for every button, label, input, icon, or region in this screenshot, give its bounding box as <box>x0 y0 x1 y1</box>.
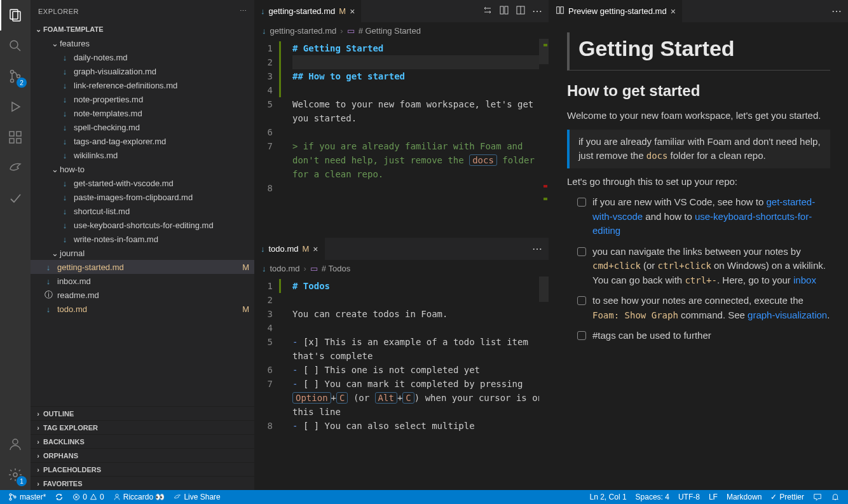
section-orphans[interactable]: ›ORPHANS <box>31 448 254 462</box>
tree-file[interactable]: todo.mdM <box>31 302 254 316</box>
close-icon[interactable]: × <box>313 244 318 254</box>
sb-problems[interactable]: 0 0 <box>68 490 108 504</box>
code-editor-2[interactable]: 12345678 # TodosYou can create todos in … <box>254 276 549 490</box>
share-icon[interactable] <box>0 153 31 183</box>
compare-icon[interactable] <box>482 5 493 18</box>
more-icon[interactable]: ⋯ <box>532 243 542 255</box>
checkbox-icon[interactable] <box>577 198 586 207</box>
close-icon[interactable]: × <box>671 6 676 17</box>
sb-bell-icon[interactable] <box>826 490 844 504</box>
tree-file[interactable]: get-started-with-vscode.md <box>31 176 254 190</box>
settings-gear-icon[interactable]: 1 <box>0 460 31 490</box>
checkbox-icon[interactable] <box>577 296 586 305</box>
symbol-icon: ▭ <box>310 264 318 273</box>
link[interactable]: inbox <box>793 275 816 285</box>
tree-file[interactable]: getting-started.mdM <box>31 260 254 274</box>
checkbox-icon[interactable] <box>577 331 586 340</box>
preview-icon <box>556 6 564 17</box>
tree-file[interactable]: note-templates.md <box>31 106 254 120</box>
svg-marker-7 <box>12 102 20 111</box>
search-icon[interactable] <box>0 31 31 61</box>
breadcrumb[interactable]: todo.md › ▭ # Todos <box>254 260 549 276</box>
section-workspace[interactable]: ⌄ FOAM-TEMPLATE <box>31 22 254 36</box>
tree-file[interactable]: shortcut-list.md <box>31 204 254 218</box>
breadcrumb[interactable]: getting-started.md › ▭ # Getting Started <box>254 22 549 39</box>
section-tag-explorer[interactable]: ›TAG EXPLORER <box>31 420 254 434</box>
sb-lang[interactable]: Markdown <box>722 490 766 504</box>
chevron-right-icon: › <box>33 410 43 418</box>
minimap[interactable] <box>539 276 549 490</box>
close-icon[interactable]: × <box>350 6 355 17</box>
svg-rect-18 <box>557 7 559 14</box>
tab-preview[interactable]: Preview getting-started.md × <box>549 0 683 22</box>
tree-file[interactable]: link-reference-definitions.md <box>31 78 254 92</box>
tree-file[interactable]: daily-notes.md <box>31 50 254 64</box>
tree-folder-journal[interactable]: ⌄ journal <box>31 246 254 260</box>
sb-user[interactable]: Riccardo 👀 <box>109 490 170 504</box>
checklist-item: you can navigate the links between your … <box>577 245 830 288</box>
section-favorites[interactable]: ›FAVORITES <box>31 476 254 490</box>
tree-file[interactable]: spell-checking.md <box>31 120 254 134</box>
svg-point-21 <box>10 498 11 500</box>
tab-todo[interactable]: todo.md M × <box>254 238 325 260</box>
link[interactable]: graph-visualization <box>748 310 827 320</box>
tree-folder-features[interactable]: ⌄ features <box>31 36 254 50</box>
sidebar-more-icon[interactable]: ⋯ <box>240 7 247 15</box>
explorer-icon[interactable] <box>0 0 31 31</box>
preview-icon[interactable] <box>499 5 509 18</box>
markdown-preview[interactable]: Getting Started How to get started Welco… <box>549 22 848 490</box>
sb-sync[interactable] <box>50 490 68 504</box>
markdown-file-icon <box>60 192 70 202</box>
checkbox-icon[interactable] <box>577 247 586 256</box>
chevron-right-icon: › <box>33 466 43 473</box>
markdown-file-icon <box>261 244 265 254</box>
sb-eol[interactable]: LF <box>704 490 722 504</box>
tab-getting-started[interactable]: getting-started.md M × <box>254 0 362 22</box>
sb-cursor[interactable]: Ln 2, Col 1 <box>585 490 631 504</box>
sb-prettier[interactable]: ✓ Prettier <box>766 490 809 504</box>
tree-file[interactable]: note-properties.md <box>31 92 254 106</box>
sb-spaces[interactable]: Spaces: 4 <box>631 490 674 504</box>
more-icon[interactable]: ⋯ <box>532 5 542 18</box>
svg-point-5 <box>11 79 14 83</box>
markdown-file-icon <box>60 52 70 62</box>
tree-file[interactable]: wikilinks.md <box>31 148 254 162</box>
svg-point-12 <box>13 439 18 444</box>
tree-file[interactable]: tags-and-tag-explorer.md <box>31 134 254 148</box>
modified-badge: M <box>242 304 249 314</box>
markdown-file-icon <box>60 220 70 230</box>
run-debug-icon[interactable] <box>0 92 31 122</box>
sb-feedback-icon[interactable] <box>809 490 826 504</box>
editor-pane-2: todo.md M × ⋯ todo.md › <box>254 238 549 490</box>
sb-liveshare[interactable]: Live Share <box>169 490 224 504</box>
svg-point-20 <box>10 494 11 496</box>
preview-paragraph: Welcome to your new foam workspace, let'… <box>567 109 830 123</box>
minimap[interactable] <box>539 39 549 237</box>
tree-file[interactable]: use-keyboard-shortcuts-for-editing.md <box>31 218 254 232</box>
markdown-file-icon <box>60 136 70 146</box>
account-icon[interactable] <box>0 429 31 460</box>
scm-badge: 2 <box>17 78 27 88</box>
code-editor-1[interactable]: 12345678 # Getting Started## How to get … <box>254 39 549 237</box>
markdown-file-icon <box>60 108 70 118</box>
tree-file[interactable]: inbox.md <box>31 274 254 288</box>
svg-rect-10 <box>17 139 21 143</box>
check-icon[interactable] <box>0 183 31 214</box>
more-icon[interactable]: ⋯ <box>831 5 842 17</box>
tree-file[interactable]: graph-visualization.md <box>31 64 254 78</box>
section-backlinks[interactable]: ›BACKLINKS <box>31 434 254 448</box>
section-outline[interactable]: ›OUTLINE <box>31 406 254 420</box>
split-icon[interactable] <box>516 5 526 18</box>
tree-file[interactable]: readme.md <box>31 288 254 302</box>
sb-encoding[interactable]: UTF-8 <box>674 490 704 504</box>
section-placeholders[interactable]: ›PLACEHOLDERS <box>31 462 254 476</box>
tree-file[interactable]: write-notes-in-foam.md <box>31 232 254 246</box>
tree-folder-howto[interactable]: ⌄ how-to <box>31 162 254 176</box>
tree-file[interactable]: paste-images-from-clipboard.md <box>31 190 254 204</box>
preview-paragraph: Let's go through this to set up your rep… <box>567 175 830 189</box>
source-control-icon[interactable]: 2 <box>0 61 31 92</box>
markdown-file-icon <box>43 304 53 314</box>
sb-branch[interactable]: master* <box>4 490 50 504</box>
svg-point-13 <box>13 473 17 477</box>
extensions-icon[interactable] <box>0 122 31 153</box>
